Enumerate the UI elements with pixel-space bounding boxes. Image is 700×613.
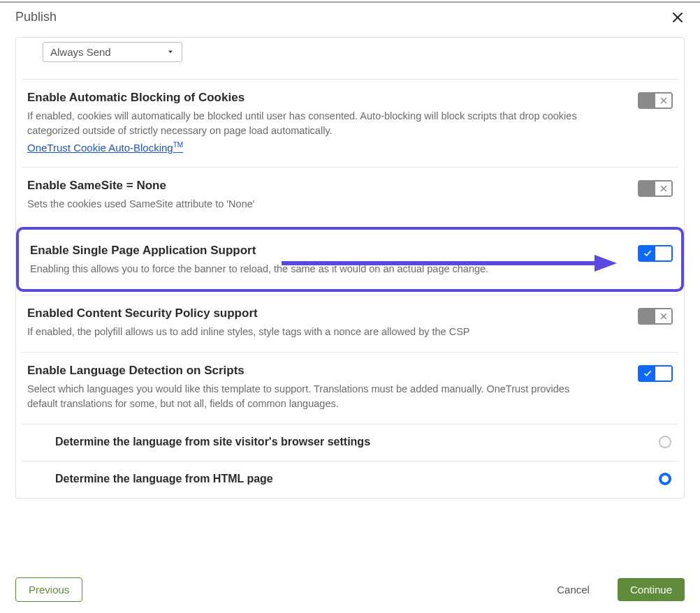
setting-samesite-title: Enable SameSite = None <box>27 179 596 193</box>
radio-browser[interactable] <box>659 436 671 448</box>
lang-sub-options: Determine the language from site visitor… <box>22 424 678 498</box>
toggle-csp[interactable] <box>638 308 673 325</box>
x-icon <box>655 309 671 323</box>
setting-spa: Enable Single Page Application Support E… <box>19 230 681 289</box>
toggle-lang[interactable] <box>638 365 673 382</box>
check-icon <box>639 367 655 381</box>
continue-button[interactable]: Continue <box>618 578 685 601</box>
setting-lang-desc: Select which languages you would like th… <box>27 382 596 411</box>
modal-body: Always Send Enable Automatic Blocking of… <box>0 37 700 568</box>
send-mode-value: Always Send <box>50 46 111 58</box>
settings-panel: Always Send Enable Automatic Blocking of… <box>15 37 685 498</box>
radio-html[interactable] <box>659 473 671 485</box>
x-icon <box>655 182 671 195</box>
setting-autoblock-desc: If enabled, cookies will automatically b… <box>27 109 596 138</box>
setting-csp: Enabled Content Security Policy support … <box>22 295 678 352</box>
setting-samesite-desc: Sets the cookies used SameSite attribute… <box>27 197 596 212</box>
x-icon <box>655 94 671 108</box>
lang-option-html-label: Determine the language from HTML page <box>55 473 273 485</box>
modal-footer: Previous Cancel Continue <box>0 568 700 613</box>
lang-option-browser-label: Determine the language from site visitor… <box>55 436 370 448</box>
publish-modal: Publish Always Send Enable Aut <box>0 1 700 613</box>
setting-spa-title: Enable Single Page Application Support <box>30 244 596 258</box>
modal-header: Publish <box>0 3 700 37</box>
setting-samesite: Enable SameSite = None Sets the cookies … <box>22 167 678 224</box>
close-icon[interactable] <box>671 10 685 24</box>
toggle-samesite[interactable] <box>638 180 673 197</box>
caret-down-icon <box>166 46 175 58</box>
setting-autoblock: Enable Automatic Blocking of Cookies If … <box>22 79 678 167</box>
setting-spa-desc: Enabling this allows you to force the ba… <box>30 262 596 276</box>
setting-autoblock-title: Enable Automatic Blocking of Cookies <box>27 91 596 105</box>
autoblock-link[interactable]: OneTrust Cookie Auto-BlockingTM <box>27 141 183 154</box>
send-mode-select[interactable]: Always Send <box>43 42 182 62</box>
cancel-button[interactable]: Cancel <box>544 578 602 601</box>
toggle-autoblock[interactable] <box>638 92 673 109</box>
lang-option-browser[interactable]: Determine the language from site visitor… <box>22 424 678 461</box>
check-icon <box>639 246 655 260</box>
setting-csp-title: Enabled Content Security Policy support <box>27 306 596 320</box>
toggle-spa[interactable] <box>638 245 673 262</box>
setting-spa-highlight: Enable Single Page Application Support E… <box>16 227 684 292</box>
lang-option-html[interactable]: Determine the language from HTML page <box>22 461 678 498</box>
setting-lang-title: Enable Language Detection on Scripts <box>27 364 596 378</box>
send-mode-row: Always Send <box>16 38 684 79</box>
previous-button[interactable]: Previous <box>15 577 82 602</box>
setting-lang: Enable Language Detection on Scripts Sel… <box>22 352 678 424</box>
modal-title: Publish <box>15 10 57 24</box>
setting-csp-desc: If enabled, the polyfill allows us to ad… <box>27 325 596 339</box>
